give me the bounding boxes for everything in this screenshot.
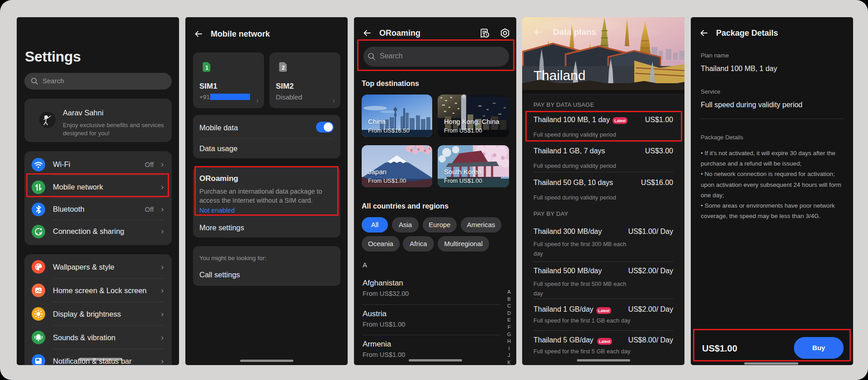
svg-text:2: 2 [282,65,285,71]
svg-text:1: 1 [205,65,208,71]
